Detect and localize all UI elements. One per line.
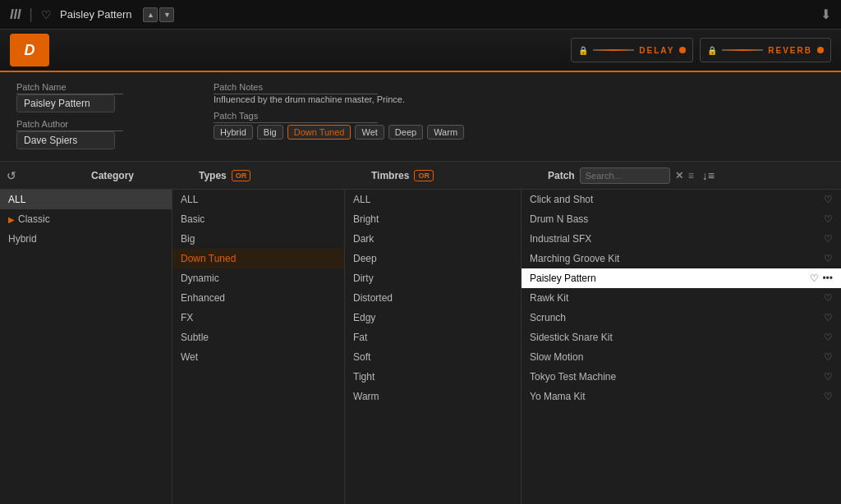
list-item[interactable]: Edgy xyxy=(345,308,521,328)
top-bar: III | ♡ Paisley Pattern ▲ ▼ ⬇ xyxy=(0,0,841,30)
app-logo: III xyxy=(10,7,21,22)
list-item[interactable]: Sidestick Snare Kit♡ xyxy=(522,328,841,347)
list-item[interactable]: Industrial SFX♡ xyxy=(522,229,841,249)
list-item-arrow-icon: ▶ xyxy=(8,215,15,224)
list-item[interactable]: Scrunch♡ xyxy=(522,308,841,328)
list-item[interactable]: Tight xyxy=(345,367,521,387)
reverb-label: REVERB xyxy=(768,46,812,55)
favorite-icon[interactable]: ♡ xyxy=(824,292,833,304)
delay-line xyxy=(593,49,634,51)
list-item[interactable]: Deep xyxy=(345,249,521,268)
delay-lock-icon: 🔒 xyxy=(578,46,588,55)
list-item[interactable]: Marching Groove Kit♡ xyxy=(522,249,841,268)
patch-tag[interactable]: Warm xyxy=(427,125,464,140)
timbres-header-col: Timbres OR xyxy=(371,170,548,181)
list-item[interactable]: Paisley Pattern♡••• xyxy=(522,268,841,288)
list-item[interactable]: Click and Shot♡ xyxy=(522,190,841,209)
timbres-list: ALLBrightDarkDeepDirtyDistortedEdgyFatSo… xyxy=(345,190,522,504)
category-header: Category xyxy=(26,170,199,181)
patch-item-name: Click and Shot xyxy=(530,194,824,205)
sort-icon[interactable]: ↓≡ xyxy=(702,169,715,182)
favorite-icon[interactable]: ♡ xyxy=(824,312,833,323)
list-item[interactable]: Subtle xyxy=(172,328,344,347)
list-item[interactable]: Big xyxy=(172,229,344,249)
patch-item-name: Tokyo Test Machine xyxy=(530,371,824,383)
browser-lists: ALL▶ClassicHybrid ALLBasicBigDown TunedD… xyxy=(0,190,841,504)
patch-tag[interactable]: Wet xyxy=(355,125,384,140)
favorite-icon[interactable]: ♡ xyxy=(824,351,833,363)
timbres-or-badge[interactable]: OR xyxy=(414,170,434,181)
more-options-icon[interactable]: ••• xyxy=(822,273,833,284)
list-item[interactable]: ALL xyxy=(345,190,521,209)
patch-header-col: Patch ✕ ≡ ↓≡ xyxy=(548,167,834,184)
patch-tag[interactable]: Down Tuned xyxy=(287,125,352,140)
browser-header: ↺ Category Types OR Timbres OR Patch ✕ ≡… xyxy=(0,162,841,190)
patch-tags-label: Patch Tags xyxy=(214,111,378,123)
patch-tag[interactable]: Big xyxy=(257,125,283,140)
patch-item-name: Industrial SFX xyxy=(530,233,824,245)
list-item[interactable]: FX xyxy=(172,308,344,328)
fx-section: 🔒 DELAY 🔒 REVERB xyxy=(571,38,831,62)
patch-author-value[interactable]: Dave Spiers xyxy=(16,131,115,149)
patch-name-value[interactable]: Paisley Pattern xyxy=(16,94,115,112)
search-clear-icon[interactable]: ✕ xyxy=(675,170,683,181)
list-item[interactable]: Down Tuned xyxy=(172,249,344,268)
list-item[interactable]: Rawk Kit♡ xyxy=(522,288,841,308)
list-item[interactable]: Slow Motion♡ xyxy=(522,347,841,367)
list-item[interactable]: Soft xyxy=(345,347,521,367)
patch-item-name: Marching Groove Kit xyxy=(530,253,824,264)
patch-notes-value: Influenced by the drum machine master, P… xyxy=(214,94,476,104)
browser: ↺ Category Types OR Timbres OR Patch ✕ ≡… xyxy=(0,162,841,504)
delay-dot xyxy=(679,47,686,53)
patch-info: Patch Name Paisley Pattern Patch Author … xyxy=(0,72,841,162)
prev-patch-button[interactable]: ▲ xyxy=(143,7,158,22)
favorite-icon[interactable]: ♡ xyxy=(824,391,833,402)
list-item[interactable]: ▶Classic xyxy=(0,209,172,229)
list-item[interactable]: Dark xyxy=(345,229,521,249)
list-item[interactable]: Warm xyxy=(345,387,521,406)
patch-list: Click and Shot♡Drum N Bass♡Industrial SF… xyxy=(522,190,841,504)
favorite-icon[interactable]: ♡ xyxy=(824,233,833,245)
favorite-icon[interactable]: ♡ xyxy=(41,8,52,21)
next-patch-button[interactable]: ▼ xyxy=(159,7,174,22)
refresh-icon[interactable]: ↺ xyxy=(7,169,16,182)
favorite-icon[interactable]: ♡ xyxy=(824,253,833,264)
types-list: ALLBasicBigDown TunedDynamicEnhancedFXSu… xyxy=(172,190,345,504)
delay-box[interactable]: 🔒 DELAY xyxy=(571,38,693,62)
patch-tag[interactable]: Hybrid xyxy=(214,125,253,140)
list-item[interactable]: Tokyo Test Machine♡ xyxy=(522,367,841,387)
patch-name-col: Patch Name Paisley Pattern Patch Author … xyxy=(16,82,181,149)
list-item[interactable]: Wet xyxy=(172,347,344,367)
favorite-icon[interactable]: ♡ xyxy=(824,213,833,225)
favorite-icon[interactable]: ♡ xyxy=(810,273,819,284)
list-item[interactable]: ALL xyxy=(0,190,172,209)
patch-item-name: Paisley Pattern xyxy=(530,273,810,284)
patch-item-name: Scrunch xyxy=(530,312,824,323)
favorite-icon[interactable]: ♡ xyxy=(824,371,833,383)
separator: | xyxy=(29,6,33,23)
patch-tag[interactable]: Deep xyxy=(388,125,423,140)
types-or-badge[interactable]: OR xyxy=(232,170,251,181)
download-icon[interactable]: ⬇ xyxy=(820,7,831,22)
reverb-lock-icon: 🔒 xyxy=(707,46,717,55)
patch-item-name: Rawk Kit xyxy=(530,292,824,304)
favorite-icon[interactable]: ♡ xyxy=(824,332,833,343)
list-item[interactable]: Enhanced xyxy=(172,288,344,308)
list-item[interactable]: Distorted xyxy=(345,288,521,308)
list-item[interactable]: Fat xyxy=(345,328,521,347)
list-item[interactable]: Dirty xyxy=(345,268,521,288)
list-item[interactable]: Hybrid xyxy=(0,229,172,249)
patch-header-label: Patch xyxy=(548,170,575,181)
search-input[interactable] xyxy=(580,167,670,184)
search-menu-icon[interactable]: ≡ xyxy=(688,170,694,181)
favorite-icon[interactable]: ♡ xyxy=(824,194,833,205)
reverb-box[interactable]: 🔒 REVERB xyxy=(700,38,831,62)
patch-notes-label: Patch Notes xyxy=(214,82,378,94)
patch-author-label: Patch Author xyxy=(16,119,123,131)
list-item[interactable]: Basic xyxy=(172,209,344,229)
list-item[interactable]: Bright xyxy=(345,209,521,229)
list-item[interactable]: Drum N Bass♡ xyxy=(522,209,841,229)
list-item[interactable]: Dynamic xyxy=(172,268,344,288)
list-item[interactable]: ALL xyxy=(172,190,344,209)
list-item[interactable]: Yo Mama Kit♡ xyxy=(522,387,841,406)
